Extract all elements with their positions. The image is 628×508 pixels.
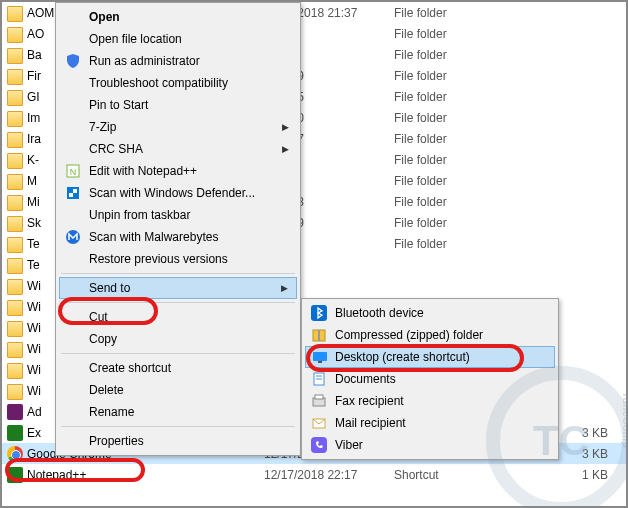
menu-label: Desktop (create shortcut) — [335, 350, 470, 364]
file-date: 12/17/2018 22:17 — [264, 468, 394, 482]
menu-label: Rename — [89, 405, 134, 419]
menu-item-properties[interactable]: Properties — [59, 430, 297, 452]
svg-rect-9 — [318, 330, 320, 341]
desk-icon — [312, 349, 328, 365]
folder-icon — [7, 384, 23, 400]
file-size: 1 KB — [516, 468, 626, 482]
submenu-arrow-icon: ▶ — [282, 144, 289, 154]
menu-item-create-shortcut[interactable]: Create shortcut — [59, 357, 297, 379]
file-type: Shortcut — [394, 468, 516, 482]
svg-rect-4 — [69, 189, 73, 193]
menu-item-pin-to-start[interactable]: Pin to Start — [59, 94, 297, 116]
file-type: File folder — [394, 27, 516, 41]
submenu-item-desktop-create-shortcut[interactable]: Desktop (create shortcut) — [305, 346, 555, 368]
menu-item-scan-with-malwarebytes[interactable]: Scan with Malwarebytes — [59, 226, 297, 248]
submenu-item-documents[interactable]: Documents — [305, 368, 555, 390]
menu-label: Viber — [335, 438, 363, 452]
menu-separator — [61, 353, 295, 354]
menu-label: Cut — [89, 310, 108, 324]
shortcut-icon — [7, 425, 23, 441]
menu-label: 7-Zip — [89, 120, 116, 134]
svg-rect-5 — [73, 193, 77, 197]
submenu-arrow-icon: ▶ — [281, 283, 288, 293]
menu-label: Send to — [89, 281, 130, 295]
svg-rect-11 — [318, 361, 322, 363]
menu-label: Fax recipient — [335, 394, 404, 408]
menu-label: Bluetooth device — [335, 306, 424, 320]
menu-label: Scan with Windows Defender... — [89, 186, 255, 200]
menu-separator — [61, 302, 295, 303]
file-row[interactable]: Notepad++12/17/2018 22:17Shortcut1 KB — [2, 464, 626, 485]
menu-item-delete[interactable]: Delete — [59, 379, 297, 401]
menu-label: Troubleshoot compatibility — [89, 76, 228, 90]
menu-label: Mail recipient — [335, 416, 406, 430]
menu-label: Delete — [89, 383, 124, 397]
folder-icon — [7, 48, 23, 64]
file-type: File folder — [394, 111, 516, 125]
menu-label: Pin to Start — [89, 98, 148, 112]
file-type: File folder — [394, 48, 516, 62]
menu-label: Compressed (zipped) folder — [335, 328, 483, 342]
menu-item-restore-previous-versions[interactable]: Restore previous versions — [59, 248, 297, 270]
shortcut-icon — [7, 467, 23, 483]
file-type: File folder — [394, 132, 516, 146]
shortcut-icon — [7, 446, 23, 462]
menu-label: Documents — [335, 372, 396, 386]
npp-icon: N — [65, 163, 81, 179]
menu-item-open-file-location[interactable]: Open file location — [59, 28, 297, 50]
menu-label: Open — [89, 10, 120, 24]
menu-item-copy[interactable]: Copy — [59, 328, 297, 350]
file-type: File folder — [394, 216, 516, 230]
menu-item-rename[interactable]: Rename — [59, 401, 297, 423]
svg-rect-10 — [313, 352, 327, 361]
menu-label: Unpin from taskbar — [89, 208, 190, 222]
file-name: Notepad++ — [27, 468, 264, 482]
file-type: File folder — [394, 6, 516, 20]
menu-item-send-to[interactable]: Send to▶ — [59, 277, 297, 299]
svg-text:N: N — [70, 167, 77, 177]
menu-label: Open file location — [89, 32, 182, 46]
folder-icon — [7, 342, 23, 358]
file-type: File folder — [394, 237, 516, 251]
folder-icon — [7, 69, 23, 85]
folder-icon — [7, 321, 23, 337]
menu-item-edit-with-notepad[interactable]: NEdit with Notepad++ — [59, 160, 297, 182]
submenu-arrow-icon: ▶ — [282, 122, 289, 132]
menu-item-7-zip[interactable]: 7-Zip▶ — [59, 116, 297, 138]
mail-icon — [311, 415, 327, 431]
menu-item-run-as-administrator[interactable]: Run as administrator — [59, 50, 297, 72]
menu-separator — [61, 273, 295, 274]
folder-icon — [7, 132, 23, 148]
menu-label: CRC SHA — [89, 142, 143, 156]
menu-label: Copy — [89, 332, 117, 346]
menu-item-unpin-from-taskbar[interactable]: Unpin from taskbar — [59, 204, 297, 226]
folder-icon — [7, 174, 23, 190]
file-type: File folder — [394, 174, 516, 188]
mwb-icon — [65, 229, 81, 245]
folder-icon — [7, 6, 23, 22]
submenu-item-compressed-zipped-folder[interactable]: Compressed (zipped) folder — [305, 324, 555, 346]
folder-icon — [7, 195, 23, 211]
folder-icon — [7, 300, 23, 316]
menu-item-open[interactable]: Open — [59, 6, 297, 28]
submenu-item-viber[interactable]: Viber — [305, 434, 555, 456]
svg-rect-18 — [311, 437, 327, 453]
menu-label: Create shortcut — [89, 361, 171, 375]
bt-icon — [311, 305, 327, 321]
menu-item-cut[interactable]: Cut — [59, 306, 297, 328]
menu-label: Scan with Malwarebytes — [89, 230, 218, 244]
file-type: File folder — [394, 69, 516, 83]
docs-icon — [311, 371, 327, 387]
menu-separator — [61, 426, 295, 427]
shield-icon — [65, 53, 81, 69]
file-type: File folder — [394, 90, 516, 104]
menu-item-crc-sha[interactable]: CRC SHA▶ — [59, 138, 297, 160]
folder-icon — [7, 216, 23, 232]
folder-icon — [7, 258, 23, 274]
submenu-item-bluetooth-device[interactable]: Bluetooth device — [305, 302, 555, 324]
menu-item-scan-with-windows-defender[interactable]: Scan with Windows Defender... — [59, 182, 297, 204]
submenu-item-mail-recipient[interactable]: Mail recipient — [305, 412, 555, 434]
folder-icon — [7, 90, 23, 106]
submenu-item-fax-recipient[interactable]: Fax recipient — [305, 390, 555, 412]
menu-item-troubleshoot-compatibility[interactable]: Troubleshoot compatibility — [59, 72, 297, 94]
